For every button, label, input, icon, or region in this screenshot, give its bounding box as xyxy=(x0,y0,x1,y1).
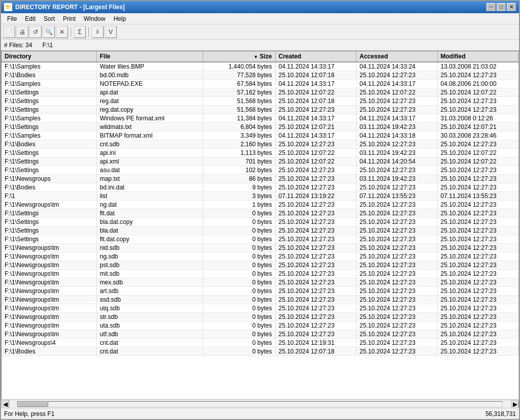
table-cell: 3 bytes xyxy=(203,192,275,201)
col-header-directory[interactable]: Directory xyxy=(2,51,96,62)
table-cell: 25.10.2024 12:27:23 xyxy=(356,278,438,287)
print-button[interactable]: 🖨 xyxy=(16,26,28,38)
col-header-file[interactable]: File xyxy=(96,51,203,62)
table-cell: 25.10.2024 12:27:23 xyxy=(356,270,438,278)
table-cell: 25.10.2024 12:27:23 xyxy=(356,330,438,339)
close-button[interactable]: ✕ xyxy=(507,3,516,11)
table-cell: 67,584 bytes xyxy=(203,80,275,88)
menu-edit[interactable]: Edit xyxy=(21,14,40,23)
table-cell: 25.10.2024 12:27:23 xyxy=(356,227,438,235)
new-button[interactable]: 📄 xyxy=(3,26,15,38)
table-row[interactable]: F:\1\Newsgroups\tmutf.sdb0 bytes25.10.20… xyxy=(2,330,518,339)
scrollbar-area[interactable]: ◀ ▶ xyxy=(1,400,519,408)
table-cell: wildmats.txt xyxy=(96,123,203,132)
info-button[interactable]: ii xyxy=(91,26,104,38)
table-cell: 25.10.2024 12:07:18 xyxy=(275,71,356,80)
menu-help[interactable]: Help xyxy=(109,14,130,23)
table-row[interactable]: F:\1\Bodiescnt.dat0 bytes25.10.2024 12:0… xyxy=(2,347,518,356)
table-cell: 25.10.2024 12:27:23 xyxy=(356,347,438,356)
path-label: F:\1 xyxy=(42,42,53,49)
table-row[interactable]: F:\1\Bodiescnt.sdb2,160 bytes25.10.2024 … xyxy=(2,140,518,149)
table-row[interactable]: F:\1\Settingsflt.dat0 bytes25.10.2024 12… xyxy=(2,209,518,218)
table-row[interactable]: F:\1\Newsgroups\tmssd.sdb0 bytes25.10.20… xyxy=(2,296,518,304)
table-cell: 25.10.2024 12:27:23 xyxy=(275,304,356,313)
table-cell: 25.10.2024 12:27:23 xyxy=(275,209,356,218)
table-row[interactable]: F:\1\Settingsreg.dat51,568 bytes25.10.20… xyxy=(2,97,518,106)
table-cell: 25.10.2024 12:27:23 xyxy=(437,218,518,227)
table-row[interactable]: F:\1\Newsgroups\4cnt.dat0 bytes25.10.202… xyxy=(2,339,518,347)
table-row[interactable]: F:\1\Newsgroups\tmstr.sdb0 bytes25.10.20… xyxy=(2,313,518,321)
maximize-button[interactable]: □ xyxy=(497,3,506,11)
view-button[interactable]: V xyxy=(105,26,117,38)
table-cell: F:\1\Newsgroups xyxy=(2,175,96,183)
sigma-button[interactable]: Σ xyxy=(74,26,86,38)
table-row[interactable]: F:\1\SamplesWindows PE format.xml11,384 … xyxy=(2,114,518,123)
table-row[interactable]: F:\1\Newsgroups\tmuta.sdb0 bytes25.10.20… xyxy=(2,321,518,330)
col-header-accessed[interactable]: Accessed xyxy=(356,51,438,62)
table-row[interactable]: F:\1\Bodiesbd.ini.dat9 bytes25.10.2024 1… xyxy=(2,183,518,192)
horizontal-scrollbar[interactable] xyxy=(17,401,503,407)
search-button[interactable]: 🔍 xyxy=(43,26,55,38)
table-row[interactable]: F:\1\Settingsasu.dat102 bytes25.10.2024 … xyxy=(2,166,518,175)
table-cell: F:\1\Settings xyxy=(2,123,96,132)
col-header-size[interactable]: ▼ Size xyxy=(203,51,275,62)
table-cell: 0 bytes xyxy=(203,347,275,356)
table-cell: F:\1\Settings xyxy=(2,235,96,244)
menu-print[interactable]: Print xyxy=(59,14,80,23)
table-row[interactable]: F:\1list3 bytes07.11.2024 13:19:2207.11.… xyxy=(2,192,518,201)
table-row[interactable]: F:\1\Settingsapi.xml701 bytes25.10.2024 … xyxy=(2,157,518,166)
scroll-right-button[interactable]: ▶ xyxy=(511,400,519,408)
toolbar-separator-1 xyxy=(71,27,71,37)
table-row[interactable]: F:\1\Settingsapi.ini1,113 bytes25.10.202… xyxy=(2,149,518,157)
refresh-button[interactable]: ↺ xyxy=(29,26,42,38)
table-cell: 25.10.2024 12:27:23 xyxy=(275,183,356,192)
table-cell: bla.dat xyxy=(96,227,203,235)
table-cell: NOTEPAD.EXE xyxy=(96,80,203,88)
table-row[interactable]: F:\1\Settingsreg.dat.copy51,568 bytes25.… xyxy=(2,106,518,114)
table-cell: 25.10.2024 12:27:23 xyxy=(275,313,356,321)
menu-bar: File Edit Sort Print Window Help xyxy=(1,13,519,24)
table-cell: 0 bytes xyxy=(203,252,275,261)
table-row[interactable]: F:\1\Newsgroups\tmpst.sdb0 bytes25.10.20… xyxy=(2,261,518,270)
table-cell: F:\1\Samples xyxy=(2,132,96,140)
col-header-created[interactable]: Created xyxy=(275,51,356,62)
table-cell: F:\1\Bodies xyxy=(2,347,96,356)
menu-sort[interactable]: Sort xyxy=(40,14,59,23)
col-header-modified[interactable]: Modified xyxy=(437,51,518,62)
menu-window[interactable]: Window xyxy=(80,14,110,23)
table-row[interactable]: F:\1\Settingswildmats.txt6,804 bytes25.1… xyxy=(2,123,518,132)
table-cell: 0 bytes xyxy=(203,296,275,304)
scroll-left-button[interactable]: ◀ xyxy=(1,400,9,408)
table-row[interactable]: F:\1\Newsgroups\tmnid.sdb0 bytes25.10.20… xyxy=(2,244,518,252)
table-row[interactable]: F:\1\Newsgroups\tmart.sdb0 bytes25.10.20… xyxy=(2,287,518,296)
table-row[interactable]: F:\1\Newsgroups\tmmex.sdb0 bytes25.10.20… xyxy=(2,278,518,287)
table-row[interactable]: F:\1\Bodiesbd.00.mdb77,528 bytes25.10.20… xyxy=(2,71,518,80)
table-cell: 25.10.2024 12:27:23 xyxy=(275,175,356,183)
table-row[interactable]: F:\1\Settingsflt.dat.copy0 bytes25.10.20… xyxy=(2,235,518,244)
table-cell: 25.10.2024 12:27:23 xyxy=(356,218,438,227)
table-cell: 25.10.2024 12:27:23 xyxy=(437,321,518,330)
table-row[interactable]: F:\1\SamplesNOTEPAD.EXE67,584 bytes04.11… xyxy=(2,80,518,88)
table-row[interactable]: F:\1\Newsgroups\tmmit.sdb0 bytes25.10.20… xyxy=(2,270,518,278)
stop-button[interactable]: ✕ xyxy=(56,26,68,38)
menu-file[interactable]: File xyxy=(3,14,21,23)
table-row[interactable]: F:\1\Settingsapi.dat57,162 bytes25.10.20… xyxy=(2,88,518,97)
table-cell: uta.sdb xyxy=(96,321,203,330)
table-row[interactable]: F:\1\Newsgroups\tmutq.sdb0 bytes25.10.20… xyxy=(2,304,518,313)
table-cell: 25.10.2024 12:27:23 xyxy=(275,106,356,114)
title-bar-left: 📁 DIRECTORY REPORT - [Largest Files] xyxy=(4,3,125,11)
minimize-button[interactable]: ─ xyxy=(486,3,496,11)
table-row[interactable]: F:\1\Newsgroups\tmng.sdb0 bytes25.10.202… xyxy=(2,252,518,261)
table-cell: 25.10.2024 12:07:18 xyxy=(275,97,356,106)
table-row[interactable]: F:\1\SamplesWater lilies.BMP1,440,054 by… xyxy=(2,62,518,71)
table-cell: 25.10.2024 12:27:23 xyxy=(437,227,518,235)
table-cell: Water lilies.BMP xyxy=(96,62,203,71)
table-row[interactable]: F:\1\Newsgroups\tmng.dat1 bytes25.10.202… xyxy=(2,201,518,209)
status-bar-top: # Files: 34 F:\1 xyxy=(1,40,519,51)
table-row[interactable]: F:\1\Newsgroupsmap.txt86 bytes25.10.2024… xyxy=(2,175,518,183)
scrollbar-thumb[interactable] xyxy=(18,402,48,407)
table-row[interactable]: F:\1\Settingsbla.dat0 bytes25.10.2024 12… xyxy=(2,227,518,235)
file-table-container[interactable]: Directory File ▼ Size Created Accessed M… xyxy=(1,51,519,400)
table-row[interactable]: F:\1\SamplesBITMAP format.xml3,349 bytes… xyxy=(2,132,518,140)
table-row[interactable]: F:\1\Settingsbla.dat.copy0 bytes25.10.20… xyxy=(2,218,518,227)
